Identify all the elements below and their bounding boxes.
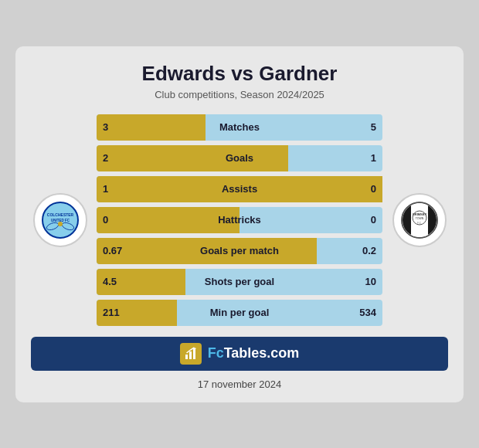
svg-rect-17	[189, 351, 192, 359]
stat-row: Shots per goal4.510	[97, 269, 382, 295]
stat-label: Goals	[226, 152, 253, 164]
svg-text:COLCHESTER: COLCHESTER	[46, 212, 73, 217]
stat-value-left: 0.67	[103, 245, 122, 256]
comparison-card: Edwards vs Gardner Club competitions, Se…	[15, 46, 464, 402]
stat-value-right: 534	[359, 307, 376, 318]
stat-value-left: 211	[103, 307, 120, 318]
right-team-logo: GRIMSBY TOWN F.C.	[390, 191, 448, 249]
svg-point-5	[58, 222, 63, 226]
left-team-logo: COLCHESTER UNITED FC	[31, 191, 89, 249]
svg-text:TOWN: TOWN	[415, 217, 423, 220]
stat-label: Matches	[219, 121, 260, 133]
svg-text:F.C.: F.C.	[417, 222, 422, 225]
grimsby-logo: GRIMSBY TOWN F.C.	[392, 193, 447, 247]
svg-rect-18	[193, 348, 195, 359]
stat-row: Hattricks00	[97, 207, 382, 233]
fctables-icon	[180, 343, 202, 365]
stat-label: Min per goal	[210, 307, 270, 318]
stat-row: Goals per match0.670.2	[97, 238, 382, 264]
svg-text:GRIMSBY: GRIMSBY	[412, 212, 426, 216]
page-subtitle: Club competitions, Season 2024/2025	[31, 89, 448, 100]
stat-bar-left	[97, 114, 206, 141]
svg-rect-16	[185, 355, 188, 359]
stat-value-right: 0.2	[362, 245, 376, 256]
stat-value-right: 0	[371, 214, 376, 226]
stat-label: Shots per goal	[205, 276, 274, 287]
fctables-label: FcTables.com	[208, 345, 300, 361]
stat-row: Goals21	[97, 145, 382, 171]
stat-row: Min per goal211534	[97, 300, 382, 326]
stat-value-left: 0	[103, 214, 108, 226]
stat-label: Assists	[222, 183, 257, 195]
main-content: COLCHESTER UNITED FC Matches35Goals21Ass…	[31, 114, 448, 326]
stat-row: Matches35	[97, 114, 382, 141]
stat-value-right: 0	[371, 183, 376, 195]
stats-container: Matches35Goals21Assists10Hattricks00Goal…	[97, 114, 382, 326]
stat-value-left: 1	[103, 183, 108, 195]
stat-value-right: 1	[371, 152, 376, 164]
stat-row: Assists10	[97, 176, 382, 202]
stat-value-right: 5	[371, 121, 376, 133]
stat-value-right: 10	[365, 276, 376, 287]
stat-label: Goals per match	[200, 245, 279, 256]
footer-date: 17 november 2024	[31, 378, 448, 390]
stat-label: Hattricks	[218, 214, 261, 226]
stat-value-left: 3	[103, 121, 108, 133]
stat-bar-left	[97, 145, 288, 171]
stat-value-left: 4.5	[103, 276, 117, 287]
stat-value-left: 2	[103, 152, 108, 164]
fctables-banner: FcTables.com	[31, 337, 448, 371]
colchester-logo: COLCHESTER UNITED FC	[33, 193, 87, 247]
page-title: Edwards vs Gardner	[31, 62, 448, 86]
